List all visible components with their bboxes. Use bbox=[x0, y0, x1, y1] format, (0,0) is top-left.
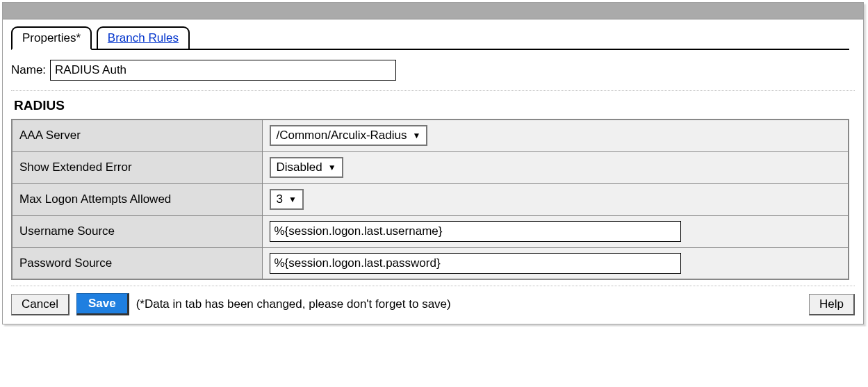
select-value: 3 bbox=[277, 192, 283, 206]
value-cell bbox=[262, 215, 849, 247]
chevron-down-icon: ▼ bbox=[328, 163, 336, 172]
section-heading: RADIUS bbox=[14, 98, 855, 113]
divider bbox=[11, 90, 855, 91]
tab-branch-rules[interactable]: Branch Rules bbox=[97, 26, 190, 49]
help-button[interactable]: Help bbox=[809, 294, 855, 315]
footer-row: Cancel Save (*Data in tab has been chang… bbox=[11, 293, 855, 318]
save-button[interactable]: Save bbox=[76, 293, 129, 315]
settings-table: AAA Server /Common/Arculix-Radius ▼ Show… bbox=[11, 119, 849, 280]
value-cell: Disabled ▼ bbox=[262, 151, 849, 183]
label-aaa-server: AAA Server bbox=[12, 120, 262, 151]
chevron-down-icon: ▼ bbox=[288, 195, 297, 204]
unsaved-note: (*Data in tab has been changed, please d… bbox=[136, 297, 451, 311]
table-row: Max Logon Attempts Allowed 3 ▼ bbox=[12, 183, 849, 215]
tab-label: Properties* bbox=[22, 31, 81, 44]
table-row: Show Extended Error Disabled ▼ bbox=[12, 151, 849, 183]
table-row: Password Source bbox=[12, 247, 849, 279]
table-row: AAA Server /Common/Arculix-Radius ▼ bbox=[12, 120, 849, 151]
title-bar bbox=[3, 3, 863, 19]
label-max-attempts: Max Logon Attempts Allowed bbox=[12, 183, 262, 215]
dialog-frame: Properties* Branch Rules Name: RADIUS AA… bbox=[2, 2, 864, 324]
name-label: Name: bbox=[11, 63, 46, 77]
username-source-input[interactable] bbox=[270, 221, 681, 242]
value-cell: 3 ▼ bbox=[262, 183, 849, 215]
content-area: Properties* Branch Rules Name: RADIUS AA… bbox=[3, 19, 863, 324]
tab-label[interactable]: Branch Rules bbox=[108, 31, 179, 44]
show-extended-error-select[interactable]: Disabled ▼ bbox=[270, 157, 343, 178]
name-row: Name: bbox=[11, 60, 855, 81]
divider bbox=[11, 286, 855, 286]
max-attempts-select[interactable]: 3 ▼ bbox=[270, 189, 304, 210]
select-value: Disabled bbox=[277, 160, 322, 174]
table-row: Username Source bbox=[12, 215, 849, 247]
tab-underline bbox=[11, 49, 849, 50]
chevron-down-icon: ▼ bbox=[413, 131, 421, 140]
cancel-button[interactable]: Cancel bbox=[11, 294, 69, 315]
tab-row: Properties* Branch Rules bbox=[11, 26, 855, 50]
label-username-source: Username Source bbox=[12, 215, 262, 247]
name-input[interactable] bbox=[50, 60, 396, 81]
value-cell: /Common/Arculix-Radius ▼ bbox=[262, 120, 849, 151]
label-password-source: Password Source bbox=[12, 247, 262, 279]
value-cell bbox=[262, 247, 849, 279]
password-source-input[interactable] bbox=[270, 253, 681, 274]
label-show-extended-error: Show Extended Error bbox=[12, 151, 262, 183]
select-value: /Common/Arculix-Radius bbox=[277, 129, 407, 142]
tab-properties[interactable]: Properties* bbox=[11, 26, 92, 50]
aaa-server-select[interactable]: /Common/Arculix-Radius ▼ bbox=[270, 125, 428, 146]
